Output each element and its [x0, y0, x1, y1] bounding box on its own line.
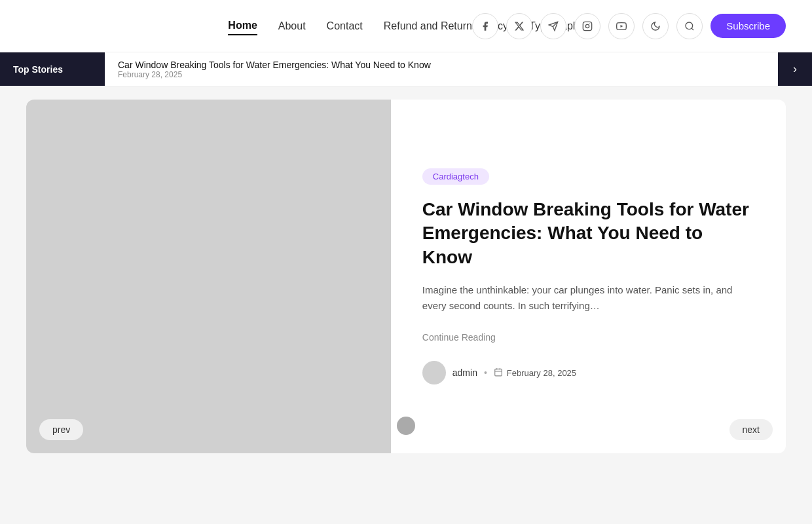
author-name: admin	[452, 367, 477, 378]
prev-button[interactable]: prev	[39, 419, 83, 440]
dark-mode-toggle[interactable]	[642, 13, 669, 39]
svg-line-7	[692, 28, 693, 30]
svg-point-3	[586, 24, 589, 28]
author-separator: •	[484, 367, 487, 378]
ticker-title: Car Window Breaking Tools for Water Emer…	[118, 60, 765, 70]
ticker-bar: Top Stories Car Window Breaking Tools fo…	[0, 52, 812, 86]
continue-reading-link[interactable]: Continue Reading	[422, 332, 754, 343]
nav-about[interactable]: About	[278, 18, 306, 35]
main-content: Cardiagtech Car Window Breaking Tools fo…	[0, 86, 812, 466]
nav-home[interactable]: Home	[228, 17, 257, 35]
facebook-icon[interactable]	[472, 13, 498, 39]
next-button[interactable]: next	[729, 419, 773, 440]
author-avatar	[422, 361, 446, 384]
twitter-x-icon[interactable]	[506, 13, 532, 39]
slide-excerpt: Imagine the unthinkable: your car plunge…	[422, 282, 754, 314]
telegram-icon[interactable]	[540, 13, 566, 39]
ticker-content: Car Window Breaking Tools for Water Emer…	[105, 60, 778, 79]
header-actions: Subscribe	[472, 13, 786, 39]
author-row: admin • February 28, 2025	[422, 361, 754, 384]
svg-rect-2	[583, 22, 592, 30]
svg-rect-8	[495, 369, 502, 376]
svg-point-4	[589, 23, 590, 24]
calendar-icon	[494, 367, 503, 379]
ticker-date: February 28, 2025	[118, 70, 765, 79]
nav-contact[interactable]: Contact	[327, 18, 363, 35]
slide-title: Car Window Breaking Tools for Water Emer…	[422, 198, 754, 269]
instagram-icon[interactable]	[574, 13, 600, 39]
slide-image	[26, 100, 391, 453]
subscribe-button[interactable]: Subscribe	[710, 14, 786, 38]
svg-marker-5	[621, 24, 623, 27]
youtube-icon[interactable]	[608, 13, 635, 39]
search-button[interactable]	[676, 13, 703, 39]
slide-dot-indicator	[397, 417, 415, 435]
category-badge[interactable]: Cardiagtech	[422, 168, 489, 185]
slide-content: Cardiagtech Car Window Breaking Tools fo…	[391, 100, 786, 453]
ticker-label: Top Stories	[0, 52, 105, 86]
featured-slider-card: Cardiagtech Car Window Breaking Tools fo…	[26, 100, 786, 453]
ticker-item: Car Window Breaking Tools for Water Emer…	[118, 60, 765, 79]
post-date: February 28, 2025	[494, 367, 576, 379]
ticker-next-arrow[interactable]: ›	[778, 52, 812, 86]
site-header: Home About Contact Refund and Returns Po…	[0, 0, 812, 52]
svg-point-6	[686, 22, 693, 29]
post-date-text: February 28, 2025	[507, 368, 576, 378]
